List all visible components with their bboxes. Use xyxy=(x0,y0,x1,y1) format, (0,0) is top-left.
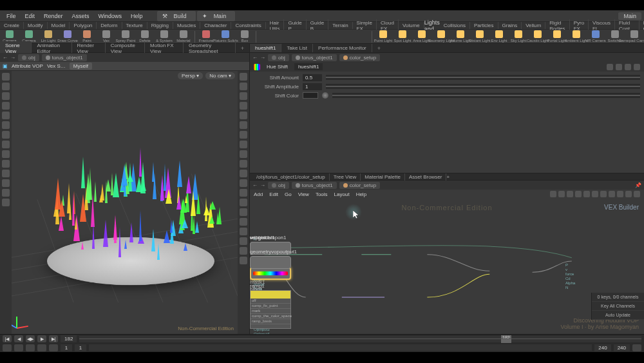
shelf-tool-light[interactable]: Distant Light xyxy=(470,30,489,44)
shelf-tool-light[interactable]: Ambient Light xyxy=(567,30,586,44)
range-end[interactable]: 240 xyxy=(594,344,611,351)
play-back-button[interactable]: ◀▶ xyxy=(26,335,35,342)
magnet-tool-icon[interactable] xyxy=(2,150,10,158)
net-tool-icon[interactable] xyxy=(634,191,640,197)
shelf-tool-light[interactable]: Geometry Light xyxy=(431,30,451,44)
shelf-tool-light[interactable]: VR Camera xyxy=(586,30,605,44)
gear-icon[interactable] xyxy=(607,64,613,70)
shelf-tab[interactable]: Character xyxy=(200,22,231,29)
param-name[interactable]: hueshift1 xyxy=(294,63,323,70)
shelf-tab[interactable]: Modify xyxy=(24,22,48,29)
shelf-tool-light[interactable]: Gamepad Camera xyxy=(625,30,644,44)
attr-context[interactable]: Myself xyxy=(70,63,92,70)
param-value[interactable]: 1 xyxy=(303,83,322,90)
range-track[interactable] xyxy=(89,344,592,351)
shelf-tab[interactable]: Vellum xyxy=(522,22,545,29)
menu-help[interactable]: Help xyxy=(127,12,147,21)
prev-frame-button[interactable]: ◀ xyxy=(14,335,23,342)
node-tab-crumb[interactable]: /obj/torus_object1/color_setup xyxy=(252,173,330,181)
net-menu[interactable]: Tools xyxy=(316,191,328,197)
desktop-build[interactable]: ⚒ Build xyxy=(157,11,196,21)
node-ramp[interactable]: ramp ramp1 off comp_fix_point mark comp_… xyxy=(250,276,291,329)
shelf-tool-light[interactable]: Volume Light xyxy=(451,30,470,44)
menu-file[interactable]: File xyxy=(3,12,20,21)
display-tool-icon[interactable] xyxy=(240,199,247,206)
net-tool-icon[interactable] xyxy=(567,191,573,197)
play-button[interactable]: ▶ xyxy=(37,335,46,342)
help-icon[interactable] xyxy=(616,64,622,70)
path-home[interactable]: obj xyxy=(268,182,289,189)
shelf-tab[interactable]: Terrain xyxy=(328,22,352,29)
pin-icon[interactable] xyxy=(634,64,640,70)
display-tool-icon[interactable] xyxy=(240,208,247,216)
net-menu[interactable]: Layout xyxy=(334,191,350,197)
tool-icon[interactable] xyxy=(2,170,10,177)
first-frame-button[interactable]: |◀ xyxy=(3,335,12,342)
display-tool-icon[interactable] xyxy=(240,92,247,100)
tool-icon[interactable] xyxy=(2,189,10,197)
path-item[interactable]: torus_object1 xyxy=(292,54,337,61)
move-tool-icon[interactable] xyxy=(2,83,10,90)
path-item[interactable]: torus_object1 xyxy=(42,54,87,61)
net-menu[interactable]: View xyxy=(298,191,309,197)
pane-tab[interactable]: hueshift1 xyxy=(250,44,281,52)
rotate-tool-icon[interactable] xyxy=(2,92,10,100)
tool-icon[interactable] xyxy=(2,199,10,206)
net-tool-icon[interactable] xyxy=(609,191,615,197)
menu-windows[interactable]: Windows xyxy=(95,12,126,21)
nav-back-icon[interactable]: ← xyxy=(252,55,258,61)
lasso-tool-icon[interactable] xyxy=(2,121,10,129)
net-menu[interactable]: Add xyxy=(254,191,263,197)
shelf-tab[interactable]: Muscles xyxy=(173,22,200,29)
auto-update-button[interactable]: Auto Update xyxy=(592,311,644,320)
shelf-tab[interactable]: Model xyxy=(48,22,70,29)
nav-fwd-icon[interactable]: → xyxy=(10,55,15,61)
display-tool-icon[interactable] xyxy=(240,257,247,264)
search-icon[interactable] xyxy=(625,64,631,70)
node-graph[interactable]: Non-Commercial Edition VEX Builder Disco… xyxy=(250,199,644,334)
display-tool-icon[interactable] xyxy=(240,141,247,148)
timeline-marker[interactable]: 182 xyxy=(501,335,511,343)
desktop-main[interactable]: ✦ Main xyxy=(197,11,236,21)
param-slider[interactable] xyxy=(332,93,640,98)
net-tool-icon[interactable] xyxy=(617,191,623,197)
nav-back-icon[interactable]: ← xyxy=(3,55,8,61)
net-tool-icon[interactable] xyxy=(550,191,556,197)
path-item[interactable]: color_setup xyxy=(339,54,380,61)
path-item[interactable]: torus_object1 xyxy=(292,182,337,189)
range-start[interactable]: 1 xyxy=(61,344,72,351)
shelf-tool-light[interactable]: Point Light xyxy=(374,30,393,44)
display-tool-icon[interactable] xyxy=(240,179,247,187)
viewport-persp[interactable]: Persp ▾ xyxy=(178,72,203,79)
display-tool-icon[interactable] xyxy=(240,247,247,255)
shelf-tool-light[interactable]: Spot Light xyxy=(393,30,412,44)
display-tool-icon[interactable] xyxy=(240,102,247,110)
display-tool-icon[interactable] xyxy=(240,160,247,168)
display-tool-icon[interactable] xyxy=(240,131,247,139)
range-toggle-icon[interactable] xyxy=(37,344,46,351)
menu-render[interactable]: Render xyxy=(40,12,67,21)
shelf-tool-light[interactable]: Portal Light xyxy=(547,30,567,44)
shelf-tool-light[interactable]: Sky Light xyxy=(509,30,528,44)
last-frame-button[interactable]: ▶| xyxy=(49,335,58,342)
range-curstart[interactable]: 1 xyxy=(75,344,86,351)
path-home[interactable]: obj xyxy=(18,54,39,61)
pin-icon[interactable]: 📌 xyxy=(635,182,641,188)
shelf-tab[interactable]: Polygon xyxy=(70,22,97,29)
tool-icon[interactable] xyxy=(2,179,10,187)
key-all-button[interactable]: Key All Channels xyxy=(592,302,644,311)
clock-icon[interactable] xyxy=(632,344,641,351)
add-tab-icon[interactable]: + xyxy=(446,174,450,180)
shelf-tab[interactable]: Volume xyxy=(399,22,424,29)
shelf-tab[interactable]: Grains xyxy=(498,22,522,29)
net-tool-icon[interactable] xyxy=(592,191,598,197)
nav-back-icon[interactable]: ← xyxy=(252,182,258,188)
param-value[interactable]: 0.5 xyxy=(303,74,322,81)
shelf-tool-light[interactable]: Caustic Light xyxy=(528,30,547,44)
display-tool-icon[interactable] xyxy=(240,73,247,81)
viewport-3d[interactable]: Persp ▾ No cam ▾ xyxy=(12,71,238,334)
node-tab[interactable]: Asset Browser xyxy=(405,173,447,181)
nav-fwd-icon[interactable]: → xyxy=(260,182,265,188)
shelf-tab[interactable]: Constraints xyxy=(231,22,265,29)
param-slider[interactable] xyxy=(326,84,640,89)
